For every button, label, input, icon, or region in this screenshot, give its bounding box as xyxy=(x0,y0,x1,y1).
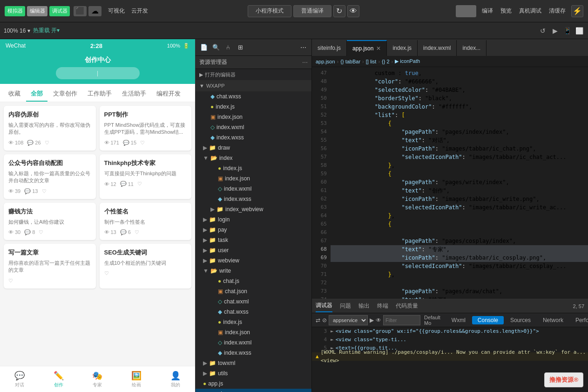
nav-item-article[interactable]: 文章创作 xyxy=(48,87,82,102)
tab-mine[interactable]: 👤 我的 xyxy=(156,366,195,392)
console-tab-wxml[interactable]: Wxml xyxy=(446,316,471,324)
stack-icon[interactable]: ⚡ xyxy=(571,5,583,17)
compile-btn-gray[interactable] xyxy=(456,5,476,17)
folder-user[interactable]: ▶ 📁 user xyxy=(196,245,311,255)
cloud-dev-label[interactable]: 云开发 xyxy=(128,6,151,16)
folder-write[interactable]: ▼ 📂 write xyxy=(196,266,311,276)
folder-pay[interactable]: ▶ 📁 pay xyxy=(196,225,311,235)
file-index-js-1[interactable]: ● index.js xyxy=(196,102,311,112)
console-tab-console[interactable]: Console xyxy=(472,316,504,324)
tab-create[interactable]: ✏️ 创作 xyxy=(39,366,78,392)
bc-tabbar[interactable]: {} tabBar xyxy=(340,59,360,64)
card-1-like[interactable]: ♡ xyxy=(45,140,49,146)
code-area[interactable]: custom : true, "color": "#666666", "sele… xyxy=(331,67,588,299)
rotate-icon[interactable]: ↺ xyxy=(538,26,548,36)
card-5-like[interactable]: ♡ xyxy=(39,229,43,235)
preview-icon[interactable]: 👁 xyxy=(347,5,359,17)
clear-cache-label[interactable]: 清缓存 xyxy=(547,6,568,16)
tab-index-js[interactable]: index.js xyxy=(387,40,418,56)
miniprogram-mode-btn[interactable]: 小程序模式 xyxy=(248,5,291,17)
file-chat-wxml[interactable]: ◇ chat.wxml xyxy=(196,296,311,307)
card-2[interactable]: PPT制作 PPT MindShow源代码生成，可直接生成PPT源码，需与Min… xyxy=(100,106,192,151)
tab-chat[interactable]: 💬 对话 xyxy=(0,366,39,392)
play-icon[interactable]: ▶ xyxy=(550,26,560,36)
file-chat-wxss[interactable]: ◆ chat.wxss xyxy=(196,91,311,102)
folder-login[interactable]: ▶ 📁 login xyxy=(196,214,311,225)
tab-siteinfo-js[interactable]: siteinfo.js xyxy=(312,40,347,56)
tab-app-json-close[interactable]: ✕ xyxy=(376,45,381,52)
file-write-index-js[interactable]: ● index.js xyxy=(196,317,311,327)
bottom-tab-issues[interactable]: 问题 xyxy=(340,300,351,312)
simulator-btn[interactable]: 模拟器 xyxy=(5,6,25,16)
real-debug-label[interactable]: 真机调试 xyxy=(517,6,543,16)
refresh-icon[interactable]: ↻ xyxy=(333,5,345,17)
editor-btn[interactable]: 编辑器 xyxy=(27,6,47,16)
file-index-wxss-1[interactable]: ◆ index.wxss xyxy=(196,132,311,143)
file-index-wxml-2[interactable]: ◇ index.wxml xyxy=(196,184,311,194)
bc-iconpath[interactable]: ▶ iconPath xyxy=(395,58,420,64)
git-icon[interactable]: ⑃ xyxy=(223,43,233,52)
resource-manager-header[interactable]: 资源管理器 ⋯ xyxy=(196,56,311,69)
console-tab-network[interactable]: Network xyxy=(537,316,569,324)
bc-app-json[interactable]: app.json xyxy=(316,59,335,64)
wxapp-section[interactable]: ▼ WXAPP xyxy=(196,80,311,91)
file-index-wxml-1[interactable]: ◇ index.wxml xyxy=(196,122,311,132)
card-3-like[interactable]: ♡ xyxy=(42,188,47,194)
file-write-index-json[interactable]: ▣ index.json xyxy=(196,327,311,337)
bottom-tab-quality[interactable]: 代码质量 xyxy=(396,300,418,312)
folder-webview[interactable]: ▶ 📁 webview xyxy=(196,255,311,266)
bt-arrow-icon[interactable]: ⇄ xyxy=(316,316,320,325)
file-index-json-2[interactable]: ▣ index.json xyxy=(196,173,311,184)
card-3[interactable]: 公众号内容自动配图 输入标题，给你一篇高质量的公众号并自动配文的文章 👁 39 … xyxy=(4,154,96,199)
file-write-index-wxss[interactable]: ◆ index.wxss xyxy=(196,348,311,358)
folder-index[interactable]: ▼ 📂 index xyxy=(196,153,311,163)
more-icon[interactable]: ⋯ xyxy=(298,43,308,52)
file-chat-wxss-write[interactable]: ◆ chat.wxss xyxy=(196,307,311,317)
card-8-like[interactable]: ♡ xyxy=(104,270,109,276)
card-7[interactable]: 写一篇文章 用你喜欢的语言写一篇关于任何主题的文章 ♡ xyxy=(4,244,96,289)
cloud-icon[interactable]: ☁ xyxy=(88,6,101,16)
bt-eye-icon[interactable]: 👁 xyxy=(376,316,381,325)
file-app-json[interactable]: ▣ app.json xyxy=(196,389,311,392)
tab-index-wxml[interactable]: index.wxml xyxy=(418,40,457,56)
file-write-index-wxml[interactable]: ◇ index.wxml xyxy=(196,337,311,348)
file-app-js[interactable]: ● app.js xyxy=(196,378,311,389)
console-tab-performance[interactable]: Performance xyxy=(570,316,588,324)
card-6-like[interactable]: ♡ xyxy=(135,229,139,235)
nav-item-life[interactable]: 生活助手 xyxy=(117,87,151,102)
compile-mode-btn[interactable]: 普通编译 xyxy=(293,5,331,17)
nav-item-all[interactable]: 全部 xyxy=(26,87,47,102)
file-index-json-1[interactable]: ▣ index.json xyxy=(196,112,311,122)
card-6[interactable]: 个性签名 制作一条个性签名 👁 13 💬 6 ♡ xyxy=(100,203,192,240)
console-tab-sources[interactable]: Sources xyxy=(505,316,536,324)
nav-item-work[interactable]: 工作助手 xyxy=(83,87,116,102)
tab-draw[interactable]: 🖼️ 绘画 xyxy=(117,366,156,392)
new-file-icon[interactable]: 📄 xyxy=(199,43,209,52)
folder-index-webview[interactable]: ▶ 📁 index_webview xyxy=(196,204,311,214)
bottom-tab-terminal[interactable]: 终端 xyxy=(377,300,388,312)
open-editors-section[interactable]: ▶ 打开的编辑器 xyxy=(196,69,311,80)
card-5[interactable]: 赚钱方法 如何赚钱，让AI给你建议 👁 30 💬 8 ♡ xyxy=(4,203,96,240)
bottom-tab-debugger[interactable]: 调试器 xyxy=(316,300,332,312)
debugger-btn[interactable]: 调试器 xyxy=(49,6,70,16)
screenshot-icon[interactable]: ⬜ xyxy=(574,26,584,36)
split-icon[interactable]: ⊞ xyxy=(236,43,245,52)
folder-utils[interactable]: ▶ 📁 utils xyxy=(196,368,311,378)
tab-index-more[interactable]: index... xyxy=(457,40,487,56)
tab-app-json[interactable]: app.json ✕ xyxy=(347,40,387,56)
file-index-js-2[interactable]: ● index.js xyxy=(196,163,311,173)
tab-expert[interactable]: 🎭 专家 xyxy=(78,366,117,392)
nav-item-coding[interactable]: 编程开发 xyxy=(152,87,185,102)
folder-towxml[interactable]: ▶ 📁 towxml xyxy=(196,358,311,368)
search-file-icon[interactable]: 🔍 xyxy=(211,43,221,52)
card-7-like[interactable]: ♡ xyxy=(8,278,13,284)
nav-item-favorites[interactable]: 收藏 xyxy=(4,87,25,102)
preview-label[interactable]: 预览 xyxy=(499,6,514,16)
card-8[interactable]: SEO生成关键词 生成10个相近的热门关键词 ♡ xyxy=(100,244,192,289)
appservice-select[interactable]: appservice xyxy=(329,315,368,325)
bc-list[interactable]: [] list xyxy=(366,59,377,64)
search-bar[interactable]: | xyxy=(56,67,140,79)
folder-task[interactable]: ▶ 📁 task xyxy=(196,235,311,245)
file-index-wxss-2[interactable]: ◆ index.wxss xyxy=(196,194,311,204)
phone-icon[interactable]: 📱 xyxy=(562,26,572,36)
